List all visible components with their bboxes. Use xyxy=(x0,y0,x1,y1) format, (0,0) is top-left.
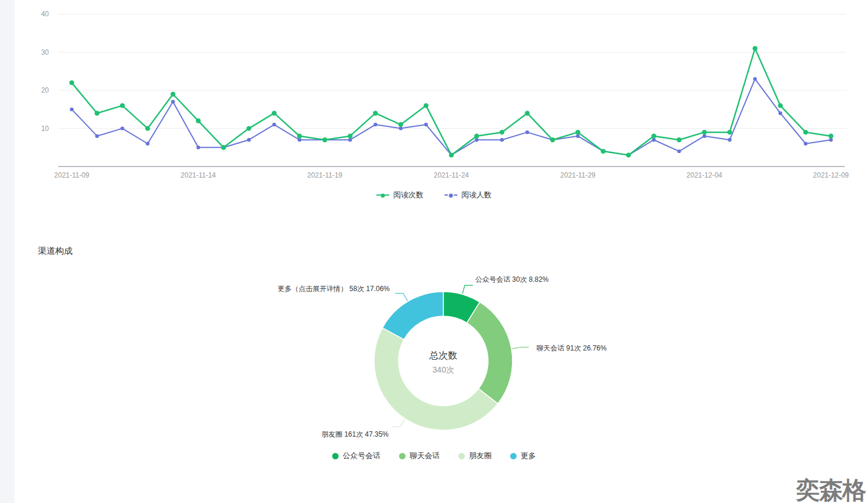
legend-item-read-count[interactable]: 阅读次数 xyxy=(376,190,424,200)
legend-dot-icon xyxy=(332,453,339,459)
donut-legend-item-moments[interactable]: 朋友圈 xyxy=(458,451,492,461)
donut-center-value: 340次 xyxy=(385,365,501,376)
donut-legend-label: 公众号会话 xyxy=(343,451,380,461)
line-chart-canvas: 102030402021-11-092021-11-142021-11-1920… xyxy=(0,0,868,182)
pie-slice-朋友圈[interactable] xyxy=(374,328,498,430)
y-axis-tick: 10 xyxy=(41,125,49,133)
pie-leader-line xyxy=(512,347,529,349)
y-axis-tick: 30 xyxy=(41,48,49,56)
line-series-dashed-marker-icon xyxy=(444,194,457,196)
donut-legend-label: 朋友圈 xyxy=(469,451,492,461)
donut-center-label: 总次数 xyxy=(385,350,501,362)
axes: 102030402021-11-092021-11-142021-11-1920… xyxy=(41,10,849,179)
series-lines xyxy=(69,46,833,158)
legend-dot-icon xyxy=(458,453,465,459)
legend-dot-icon xyxy=(510,453,517,459)
brand-watermark: 奕森格 xyxy=(796,478,866,503)
pie-slice-更多[interactable] xyxy=(383,292,443,339)
donut-legend-item-more[interactable]: 更多 xyxy=(510,451,536,461)
legend-label-reader-count: 阅读人数 xyxy=(461,190,492,200)
pie-callout-moments: 朋友圈 161次 47.35% xyxy=(261,430,389,440)
donut-legend-label: 更多 xyxy=(521,451,536,461)
donut-legend-label: 聊天会话 xyxy=(410,451,440,461)
x-axis-tick: 2021-12-04 xyxy=(686,171,723,179)
line-chart-legend: 阅读次数 阅读人数 xyxy=(0,190,868,200)
pie-leader-line xyxy=(392,419,405,427)
legend-item-reader-count[interactable]: 阅读人数 xyxy=(444,190,492,200)
pie-callout-official-session: 公众号会话 30次 8.82% xyxy=(475,275,549,285)
y-axis-tick: 40 xyxy=(41,10,49,18)
x-axis-tick: 2021-11-14 xyxy=(181,171,216,179)
pie-leader-line xyxy=(463,285,473,293)
pie-callout-more[interactable]: 更多（点击展开详情） 58次 17.06% xyxy=(262,284,390,294)
donut-center-total: 总次数 340次 xyxy=(385,350,501,376)
x-axis-tick: 2021-11-19 xyxy=(307,171,343,179)
pie-callout-chat-session: 聊天会话 91次 26.76% xyxy=(536,343,607,353)
donut-legend-item-chat-session[interactable]: 聊天会话 xyxy=(399,451,440,461)
x-axis-tick: 2021-11-29 xyxy=(560,171,596,179)
x-axis-tick: 2021-11-24 xyxy=(434,171,469,179)
read-trend-chart-section: 102030402021-11-092021-11-142021-11-1920… xyxy=(0,0,868,221)
channel-composition-section: 渠道构成 公众号会话 30次 8.82% 聊天会话 91次 26.76% 朋友圈… xyxy=(0,240,868,484)
line-series-solid-marker-icon xyxy=(376,194,389,196)
y-axis-tick: 20 xyxy=(41,86,49,94)
legend-label-read-count: 阅读次数 xyxy=(393,190,424,200)
donut-legend-item-official-session[interactable]: 公众号会话 xyxy=(332,451,380,461)
x-axis-tick: 2021-12-09 xyxy=(813,171,849,179)
donut-legend: 公众号会话 聊天会话 朋友圈 更多 xyxy=(0,451,868,461)
gridlines xyxy=(58,14,846,128)
legend-dot-icon xyxy=(399,453,405,459)
x-axis-tick: 2021-11-09 xyxy=(54,171,90,179)
pie-leader-line xyxy=(395,293,408,301)
